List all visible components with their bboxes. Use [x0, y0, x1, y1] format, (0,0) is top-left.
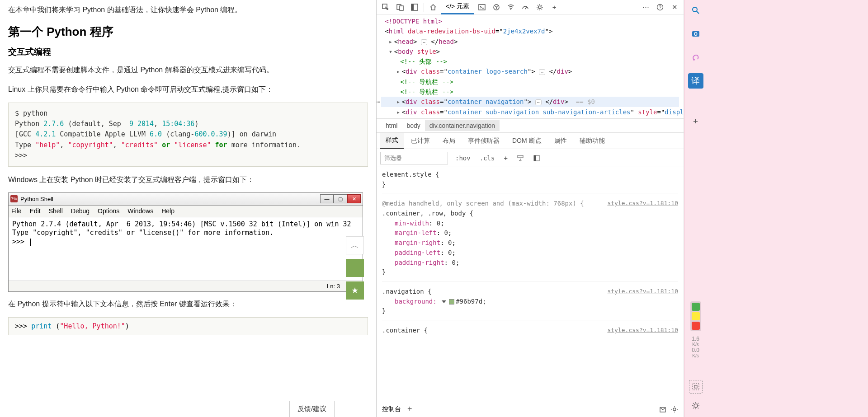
tab-styles[interactable]: 样式: [380, 133, 404, 149]
rule-element-style[interactable]: element.style { }: [382, 170, 678, 193]
crumb-html[interactable]: html: [381, 120, 402, 131]
menu-windows[interactable]: Windows: [127, 207, 153, 215]
network-icon[interactable]: [505, 1, 517, 14]
tab-properties[interactable]: 属性: [549, 133, 572, 149]
dom-navigation-selected[interactable]: ⋯ ▸<div class="container navigation"> ⋯ …: [381, 97, 679, 107]
rule-container[interactable]: style.css?v=1.181:10 .container {: [382, 326, 678, 339]
drawer-settings-icon[interactable]: [671, 406, 678, 413]
search-icon[interactable]: [688, 3, 703, 18]
rule-navigation[interactable]: style.css?v=1.181:10 .navigation { backg…: [382, 287, 678, 320]
tab-elements[interactable]: </> 元素: [441, 0, 474, 14]
crumb-navigation[interactable]: div.container.navigation: [425, 120, 500, 131]
shell-status: Ln: 3: [9, 281, 363, 291]
more-icon[interactable]: ⋯: [639, 1, 652, 14]
dock-icon[interactable]: [408, 1, 421, 14]
dom-tree[interactable]: <!DOCTYPE html> <html data-redeviation-b…: [377, 14, 684, 118]
outlook-icon[interactable]: O: [688, 26, 703, 42]
source-link[interactable]: style.css?v=1.181:10: [607, 287, 678, 296]
dom-comment-nav1[interactable]: <!-- 导航栏 -->: [381, 77, 679, 87]
cls-toggle[interactable]: .cls: [478, 154, 497, 163]
add-drawer-tab-icon[interactable]: +: [407, 404, 412, 414]
svg-point-22: [694, 404, 698, 408]
svg-point-19: [693, 59, 695, 61]
extension-icon[interactable]: [688, 50, 703, 65]
svg-rect-2: [400, 6, 403, 10]
network-speed: 1.6K/s 0.0K/s: [684, 336, 707, 358]
grid-icon[interactable]: [531, 154, 542, 163]
scroll-top-button[interactable]: ︿: [346, 236, 364, 254]
close-button[interactable]: ✕: [347, 194, 361, 203]
feedback-button[interactable]: 反馈/建议: [289, 401, 335, 417]
menu-options[interactable]: Options: [98, 207, 119, 215]
sources-icon[interactable]: [490, 1, 503, 14]
dom-body[interactable]: ▾<body style>: [381, 47, 679, 56]
menu-debug[interactable]: Debug: [71, 207, 90, 215]
para-interactive-desc: 交互式编程不需要创建脚本文件，是通过 Python 解释器的交互模式进来编写代码…: [8, 63, 368, 77]
dom-logo-search[interactable]: ▸<div class="container logo-search"> ⋯ <…: [381, 66, 679, 76]
python-shell-window: 7% Python Shell — ▢ ✕ File Edit Shell De…: [8, 192, 363, 292]
menu-edit[interactable]: Edit: [30, 207, 41, 215]
tab-dom-breakpoints[interactable]: DOM 断点: [507, 133, 547, 149]
dom-doctype[interactable]: <!DOCTYPE html>: [381, 16, 679, 26]
code-block-print: >>> print ("Hello, Python!"): [8, 317, 368, 335]
shell-menu: File Edit Shell Debug Options Windows He…: [9, 206, 363, 217]
browser-sidebar: O 译 + 1.6K/s 0.0K/s: [684, 0, 707, 417]
flex-icon[interactable]: [515, 154, 526, 163]
new-rule-icon[interactable]: +: [502, 154, 509, 163]
console-icon[interactable]: [476, 1, 488, 14]
svg-text:O: O: [694, 32, 698, 37]
settings-icon[interactable]: [533, 1, 546, 14]
dom-comment-header[interactable]: <!-- 头部 -->: [381, 56, 679, 66]
svg-rect-21: [694, 385, 697, 388]
source-link[interactable]: style.css?v=1.181:10: [607, 326, 678, 335]
svg-rect-20: [693, 384, 699, 390]
tab-computed[interactable]: 已计算: [406, 133, 435, 149]
dom-comment-nav2[interactable]: <!-- 导航栏 -->: [381, 87, 679, 97]
hov-toggle[interactable]: :hov: [453, 154, 472, 163]
add-tab-icon[interactable]: +: [548, 1, 561, 14]
source-link[interactable]: style.css?v=1.181:10: [607, 199, 678, 208]
heading-interactive: 交互式编程: [8, 46, 368, 58]
dom-html[interactable]: <html data-redeviation-bs-uid="2je4x2vex…: [381, 26, 679, 36]
menu-shell[interactable]: Shell: [49, 207, 63, 215]
minimize-button[interactable]: —: [320, 194, 334, 203]
shell-title: Python Shell: [20, 196, 53, 202]
styles-filter-input[interactable]: [380, 152, 448, 164]
menu-help[interactable]: Help: [161, 207, 175, 215]
svg-text:?: ?: [659, 5, 661, 10]
styles-body[interactable]: element.style { } style.css?v=1.181:10 @…: [377, 167, 684, 401]
translate-icon[interactable]: 译: [688, 73, 703, 89]
dom-subnav[interactable]: ▸<div class="container sub-navigation su…: [381, 107, 679, 117]
tutorial-content: 在本章中我们将来学习 Python 的基础语法，让你快速学会 Python 编程…: [0, 0, 377, 417]
maximize-button[interactable]: ▢: [334, 194, 347, 203]
para-windows-hint: Windows 上在安装 Python 时已经安装了交互式编程客户端，提示窗口如…: [8, 173, 368, 187]
tab-event-listeners[interactable]: 事件侦听器: [462, 133, 505, 149]
screenshot-icon[interactable]: [689, 380, 703, 394]
close-devtools-icon[interactable]: ✕: [668, 1, 681, 14]
favorite-button[interactable]: ★: [346, 281, 364, 300]
tab-layout[interactable]: 布局: [437, 133, 461, 149]
heading-first-program: 第一个 Python 程序: [8, 24, 368, 40]
inspect-icon[interactable]: [379, 1, 392, 14]
issues-icon[interactable]: [659, 406, 666, 413]
devtools-panel: </> 元素 + ⋯ ? ✕ <!DOCTYPE html> <html dat…: [377, 0, 684, 417]
add-sidebar-icon[interactable]: +: [688, 114, 703, 129]
console-tab[interactable]: 控制台: [382, 405, 401, 413]
crumb-body[interactable]: body: [402, 120, 425, 131]
help-icon[interactable]: ?: [654, 1, 666, 14]
menu-file[interactable]: File: [11, 207, 22, 215]
performance-icon[interactable]: [519, 1, 532, 14]
dom-head[interactable]: ▸<head> ⋯ </head>: [381, 37, 679, 47]
console-drawer-bar: 控制台 +: [377, 401, 684, 417]
home-icon[interactable]: [427, 1, 439, 14]
styles-filter-row: :hov .cls +: [377, 149, 684, 167]
qr-button[interactable]: [346, 259, 364, 277]
tab-accessibility[interactable]: 辅助功能: [574, 133, 610, 149]
traffic-indicator: [690, 301, 701, 331]
rule-media-container[interactable]: style.css?v=1.181:10 @media handheld, on…: [382, 199, 678, 281]
gear-icon[interactable]: [689, 399, 703, 412]
device-toggle-icon[interactable]: [394, 1, 406, 14]
svg-rect-11: [518, 155, 523, 158]
dom-breadcrumb: html body div.container.navigation: [377, 118, 684, 133]
dom-close-div[interactable]: </div>: [381, 117, 679, 118]
